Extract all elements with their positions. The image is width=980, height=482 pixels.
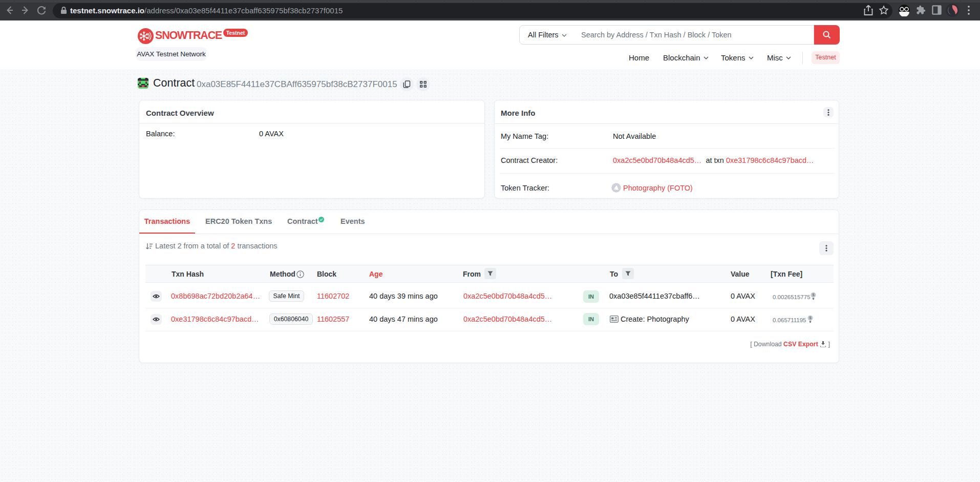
svg-text:$: $: [812, 292, 814, 297]
svg-text:$: $: [809, 316, 811, 320]
